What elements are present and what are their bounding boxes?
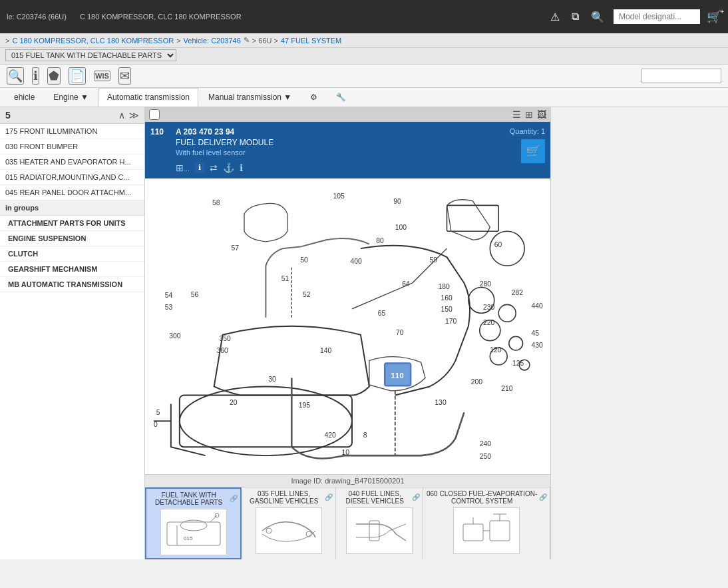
sidebar-item-illumination[interactable]: 175 FRONT ILLUMINATION	[0, 124, 144, 139]
part-exchange-btn[interactable]: ⇄	[210, 162, 218, 173]
part-group-select[interactable]: 015 FUEL TANK WITH DETACHABLE PARTS	[5, 49, 176, 61]
sidebar-item-rear-panel[interactable]: 045 REAR PANEL DOOR ATTACHM...	[0, 185, 144, 200]
svg-rect-11	[447, 205, 499, 231]
svg-text:50: 50	[300, 256, 308, 264]
svg-rect-72	[463, 524, 483, 541]
svg-text:8: 8	[363, 432, 367, 439]
add-to-cart-button[interactable]: 🛒	[521, 139, 545, 163]
svg-text:58: 58	[212, 199, 220, 206]
tab-manual-transmission[interactable]: Manual transmission ▼	[200, 88, 300, 107]
tab-engine[interactable]: Engine ▼	[45, 88, 97, 107]
svg-text:195: 195	[299, 402, 311, 409]
tab-automatic-transmission[interactable]: Automatic transmission	[98, 88, 198, 107]
copy-icon-btn[interactable]: ⧉	[569, 8, 582, 25]
svg-point-70	[306, 531, 311, 537]
part-item: 110 A 203 470 23 94 FUEL DELIVERY MODULE…	[145, 122, 550, 178]
part-qty: Quantity: 1 🛒	[510, 127, 545, 163]
breadcrumb-model[interactable]: C 180 KOMPRESSOR, CLC 180 KOMPRESSOR	[12, 37, 174, 45]
warning-icon-btn[interactable]: ⚠	[548, 8, 562, 26]
thumb-fuel-evaporation-label: 060 CLOSED FUEL-EVAPORATION-CONTROL SYST…	[426, 490, 547, 505]
breadcrumb-sep1: >	[176, 37, 180, 45]
tab-settings-icon[interactable]: ⚙	[301, 88, 326, 107]
part-anchor-btn[interactable]: ⚓	[223, 162, 234, 173]
sidebar-collapse-icon[interactable]: ∧	[118, 110, 125, 121]
svg-text:65: 65	[378, 310, 386, 317]
toolbar: 🔍 ℹ ⬟ 📄 WIS ✉	[0, 65, 728, 88]
part-grid-btn[interactable]: ⊞…	[176, 162, 190, 173]
svg-text:300: 300	[169, 332, 181, 340]
svg-text:015: 015	[184, 535, 193, 541]
thumb-fuel-lines-gasoline[interactable]: 035 FUEL LINES, GASOLINE VEHICLES 🔗	[242, 487, 336, 559]
svg-text:105: 105	[333, 192, 345, 200]
breadcrumb-fuel-system[interactable]: 47 FUEL SYSTEM	[281, 37, 341, 45]
svg-text:140: 140	[320, 347, 332, 354]
thumb-img-0: 015	[160, 509, 227, 555]
zoom-in-button[interactable]: 🔍	[7, 67, 24, 85]
left-panel: ☰ ⊞ 🖼 110 A 203 470 23 94 FUEL DELIVERY …	[145, 107, 551, 559]
top-bar: le: C203746 (66U) C 180 KOMPRESSOR, CLC …	[0, 0, 728, 33]
sidebar-list: 175 FRONT ILLUMINATION 030 FRONT BUMPER …	[0, 124, 144, 559]
sidebar: 5 ∧ ≫ 175 FRONT ILLUMINATION 030 FRONT B…	[0, 107, 145, 559]
svg-text:45: 45	[531, 330, 539, 337]
svg-text:360: 360	[217, 347, 229, 354]
svg-text:282: 282	[512, 289, 524, 296]
part-icons-row: ⊞… ℹ ⇄ ⚓ ℹ	[176, 162, 504, 173]
svg-text:430: 430	[531, 342, 543, 349]
svg-text:220: 220	[483, 319, 495, 326]
search-icon-btn[interactable]: 🔍	[588, 8, 607, 26]
svg-rect-1	[180, 395, 352, 447]
sidebar-group-attachment[interactable]: ATTACHMENT PARTS FOR UNITS	[0, 216, 144, 231]
sidebar-item-bumper[interactable]: 030 FRONT BUMPER	[0, 139, 144, 154]
thumb-fuel-tank[interactable]: FUEL TANK WITH DETACHABLE PARTS 🔗 015	[145, 487, 242, 559]
breadcrumb-vehicle[interactable]: Vehicle: C203746	[184, 37, 241, 45]
svg-text:400: 400	[350, 258, 362, 265]
part-info-btn2[interactable]: ℹ	[240, 162, 243, 173]
part-info-badge[interactable]: ℹ	[195, 162, 204, 173]
sidebar-expand-icon[interactable]: ≫	[129, 110, 139, 121]
diagram-svg: 110 58 105 90 100 80 60 50 57 400 59 51 …	[145, 178, 550, 474]
nav-tabs: ehicle Engine ▼ Automatic transmission M…	[0, 88, 728, 107]
tab-tool-icon[interactable]: 🔧	[327, 88, 355, 107]
thumb-link-icon-3: 🔗	[539, 493, 547, 501]
parts-list-icon[interactable]: ☰	[512, 109, 521, 120]
sidebar-count: 5	[5, 110, 11, 121]
mail-button[interactable]: ✉	[118, 67, 131, 85]
sidebar-group-mb-automatic[interactable]: MB AUTOMATIC TRANSMISSION	[0, 277, 144, 292]
svg-text:90: 90	[393, 198, 401, 205]
part-desc: With fuel level sensor	[176, 148, 504, 156]
parts-header: ☰ ⊞ 🖼	[145, 107, 550, 122]
svg-text:350: 350	[219, 335, 231, 342]
svg-text:440: 440	[531, 302, 543, 310]
parts-select-all[interactable]	[149, 109, 160, 120]
alert-doc-button[interactable]: 📄	[69, 67, 86, 85]
svg-text:240: 240	[480, 440, 492, 447]
svg-text:125: 125	[512, 360, 524, 367]
tab-vehicle[interactable]: ehicle	[5, 88, 43, 107]
wis-button[interactable]: WIS	[94, 71, 110, 81]
svg-text:150: 150	[441, 306, 453, 313]
model-search-input[interactable]	[614, 9, 700, 24]
parts-grid-icon[interactable]: ⊞	[525, 109, 533, 120]
sidebar-group-engine-suspension[interactable]: ENGINE SUSPENSION	[0, 231, 144, 246]
svg-point-12	[490, 231, 524, 266]
filter-button[interactable]: ⬟	[47, 67, 61, 85]
top-bar-icons: ⚠ ⧉ 🔍 🛒+	[548, 8, 721, 26]
sidebar-group-clutch[interactable]: CLUTCH	[0, 246, 144, 262]
toolbar-search-input[interactable]	[641, 69, 721, 83]
thumb-fuel-lines-diesel[interactable]: 040 FUEL LINES, DIESEL VEHICLES 🔗	[336, 487, 423, 559]
thumb-fuel-evaporation[interactable]: 060 CLOSED FUEL-EVAPORATION-CONTROL SYST…	[423, 487, 550, 559]
parts-image-icon[interactable]: 🖼	[537, 109, 546, 120]
sidebar-group-gearshift[interactable]: GEARSHIFT MECHANISM	[0, 262, 144, 277]
cart-button[interactable]: 🛒+	[707, 9, 721, 24]
thumb-link-icon-2: 🔗	[412, 493, 420, 501]
info-button[interactable]: ℹ	[32, 67, 39, 85]
main-split: 5 ∧ ≫ 175 FRONT ILLUMINATION 030 FRONT B…	[0, 107, 728, 559]
thumb-link-icon-0: 🔗	[230, 495, 238, 502]
svg-text:60: 60	[494, 241, 502, 248]
sidebar-item-radiator[interactable]: 015 RADIATOR,MOUNTING,AND C...	[0, 170, 144, 185]
svg-rect-63	[167, 522, 220, 545]
diagram-area: 110 58 105 90 100 80 60 50 57 400 59 51 …	[145, 178, 550, 474]
thumb-link-icon-1: 🔗	[325, 493, 333, 501]
sidebar-item-heater[interactable]: 035 HEATER AND EVAPORATOR H...	[0, 154, 144, 170]
svg-text:59: 59	[430, 256, 438, 264]
